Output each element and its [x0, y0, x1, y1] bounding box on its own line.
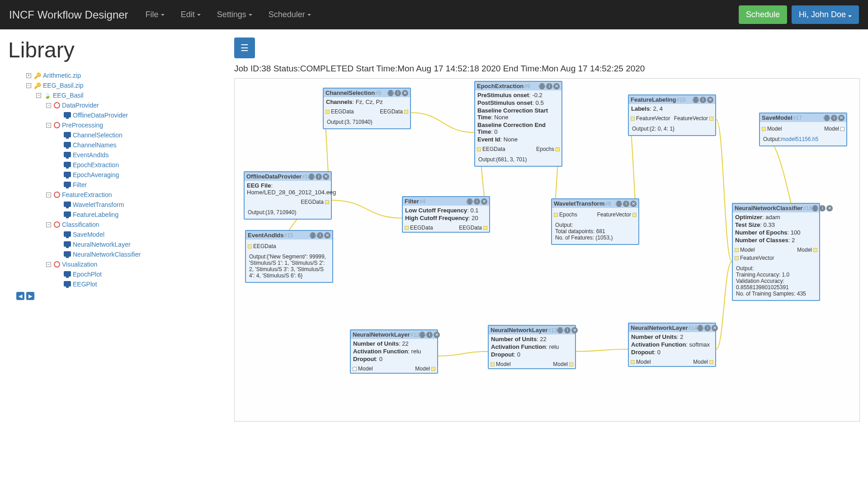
port-in[interactable]: FeatureVector — [735, 255, 774, 261]
nav-edit[interactable]: Edit — [173, 10, 209, 19]
port-icon[interactable] — [477, 147, 481, 151]
block-handle-icon[interactable]: ⋮⋮ — [697, 325, 703, 331]
tree-zip[interactable]: Arithmetic.zip — [43, 72, 81, 79]
block-header[interactable]: NeuralNetworkLayer#13⋮⋮i✕ — [489, 326, 575, 334]
output-link[interactable]: model51156.h5 — [781, 136, 818, 142]
block-flabel[interactable]: FeatureLabeling#10⋮⋮i✕Labels: 2, 4Featur… — [628, 94, 716, 136]
tree-module[interactable]: OfflineDataProvider — [73, 112, 128, 119]
block-info-icon[interactable]: i — [831, 115, 837, 121]
block-close-icon[interactable]: ✕ — [434, 332, 440, 338]
block-handle-icon[interactable]: ⋮⋮ — [693, 97, 699, 103]
pager-next[interactable]: ▶ — [26, 292, 34, 300]
port-in[interactable]: FeatureVector — [631, 115, 670, 122]
tree-category[interactable]: Classification — [62, 221, 99, 228]
port-out[interactable]: Epochs — [536, 146, 560, 152]
block-info-icon[interactable]: i — [623, 201, 629, 207]
port-in[interactable]: Model — [735, 247, 755, 253]
schedule-button[interactable]: Schedule — [739, 5, 787, 24]
port-in[interactable]: Epochs — [554, 211, 577, 218]
block-offline[interactable]: OfflineDataProvider#1⋮⋮i✕EEG File: Home/… — [244, 171, 332, 220]
port-icon[interactable] — [632, 213, 637, 217]
pager-prev[interactable]: ◀ — [16, 292, 24, 300]
port-icon[interactable] — [735, 248, 739, 252]
block-close-icon[interactable]: ✕ — [324, 232, 330, 239]
user-menu-button[interactable]: Hi, John Doe — [792, 5, 859, 24]
block-handle-icon[interactable]: ⋮⋮ — [387, 90, 394, 96]
tree-module[interactable]: Filter — [73, 181, 87, 188]
tree-module[interactable]: EpochAveraging — [73, 171, 119, 178]
port-icon[interactable] — [735, 256, 739, 260]
tree-module[interactable]: EpochExtraction — [73, 161, 119, 169]
port-icon[interactable] — [569, 362, 573, 366]
port-icon[interactable] — [813, 248, 817, 252]
port-out[interactable]: FeatureVector — [674, 115, 713, 122]
block-header[interactable]: ChannelSelection#5⋮⋮i✕ — [324, 89, 410, 97]
block-nn13[interactable]: NeuralNetworkLayer#13⋮⋮i✕Number of Units… — [488, 325, 576, 369]
port-in[interactable]: EEGData — [248, 243, 276, 249]
block-header[interactable]: Filter#4⋮⋮i✕ — [403, 197, 489, 206]
block-header[interactable]: NeuralNetworkLayer#12⋮⋮i✕ — [351, 330, 437, 339]
block-close-icon[interactable]: ✕ — [402, 90, 408, 96]
block-close-icon[interactable]: ✕ — [630, 201, 637, 207]
block-filter[interactable]: Filter#4⋮⋮i✕Low Cutoff Frequency: 0.1Hig… — [402, 196, 490, 233]
tree-module[interactable]: ChannelNames — [73, 141, 117, 149]
block-header[interactable]: NeuralNetworkLayer#14⋮⋮i✕ — [629, 324, 715, 332]
block-close-icon[interactable]: ✕ — [571, 327, 578, 333]
block-wavelet[interactable]: WaveletTransform#8⋮⋮i✕EpochsFeatureVecto… — [551, 198, 639, 245]
block-info-icon[interactable]: i — [474, 198, 480, 205]
tree-module[interactable]: NeuralNetworkClassifier — [73, 251, 141, 258]
block-nn14[interactable]: NeuralNetworkLayer#14⋮⋮i✕Number of Units… — [628, 323, 716, 367]
block-save[interactable]: SaveModel#17⋮⋮i✕ModelModelOutput:model51… — [759, 113, 847, 146]
port-icon[interactable] — [404, 110, 408, 114]
block-close-icon[interactable]: ✕ — [712, 325, 718, 331]
tree-toggle[interactable]: − — [46, 262, 51, 267]
block-handle-icon[interactable]: ⋮⋮ — [310, 232, 316, 239]
tree-toggle[interactable]: − — [46, 123, 51, 128]
canvas-menu-button[interactable]: ☰ — [234, 38, 255, 58]
nav-settings[interactable]: Settings — [209, 10, 260, 19]
block-nnc[interactable]: NeuralNetworkClassifier#16⋮⋮i✕Optimizer:… — [732, 203, 820, 301]
port-icon[interactable] — [762, 127, 766, 131]
block-header[interactable]: EpochExtraction#9⋮⋮i✕ — [475, 82, 561, 90]
tree-category[interactable]: DataProvider — [62, 102, 99, 109]
port-in[interactable]: Model — [491, 361, 511, 367]
block-info-icon[interactable]: i — [395, 90, 401, 96]
port-in[interactable]: Model — [762, 126, 782, 132]
tree-category[interactable]: PreProcessing — [62, 122, 103, 129]
port-in[interactable]: EEGData — [326, 108, 354, 115]
port-in[interactable]: Model — [353, 366, 373, 372]
tree-module[interactable]: EpochPlot — [73, 271, 102, 278]
port-out[interactable]: FeatureVector — [597, 211, 637, 218]
block-header[interactable]: FeatureLabeling#10⋮⋮i✕ — [629, 95, 715, 104]
port-icon[interactable] — [483, 226, 487, 230]
port-icon[interactable] — [326, 110, 330, 114]
port-icon[interactable] — [248, 244, 252, 249]
block-handle-icon[interactable]: ⋮⋮ — [812, 205, 818, 211]
block-info-icon[interactable]: i — [819, 205, 826, 211]
tree-module[interactable]: SaveModel — [73, 231, 104, 238]
tree-module[interactable]: WaveletTransform — [73, 201, 124, 208]
block-info-icon[interactable]: i — [317, 232, 323, 239]
block-handle-icon[interactable]: ⋮⋮ — [467, 198, 473, 205]
block-header[interactable]: NeuralNetworkClassifier#16⋮⋮i✕ — [733, 204, 819, 212]
block-header[interactable]: SaveModel#17⋮⋮i✕ — [760, 113, 846, 122]
port-in[interactable]: EEGData — [405, 225, 433, 231]
tree-category[interactable]: FeatureExtraction — [62, 191, 112, 198]
port-icon[interactable] — [491, 362, 495, 366]
tree-toggle[interactable]: + — [26, 73, 31, 78]
port-icon[interactable] — [405, 226, 409, 230]
port-out[interactable]: Model — [693, 359, 713, 365]
block-header[interactable]: WaveletTransform#8⋮⋮i✕ — [552, 199, 638, 208]
block-nn12[interactable]: NeuralNetworkLayer#12⋮⋮i✕Number of Units… — [350, 329, 438, 374]
nav-scheduler[interactable]: Scheduler — [260, 10, 319, 19]
tree-zip[interactable]: EEG_Basil.zip — [43, 82, 83, 89]
block-event[interactable]: EventAndIds#15⋮⋮i✕EEGDataOutput:{'New Se… — [245, 230, 333, 283]
port-icon[interactable] — [709, 360, 713, 364]
workflow-canvas[interactable]: OfflineDataProvider#1⋮⋮i✕EEG File: Home/… — [234, 78, 860, 422]
port-out[interactable]: EEGData — [301, 199, 329, 205]
port-icon[interactable] — [431, 367, 435, 371]
port-in[interactable]: Model — [631, 359, 651, 365]
block-close-icon[interactable]: ✕ — [553, 83, 560, 89]
block-close-icon[interactable]: ✕ — [481, 198, 487, 205]
nav-file[interactable]: File — [137, 10, 173, 19]
